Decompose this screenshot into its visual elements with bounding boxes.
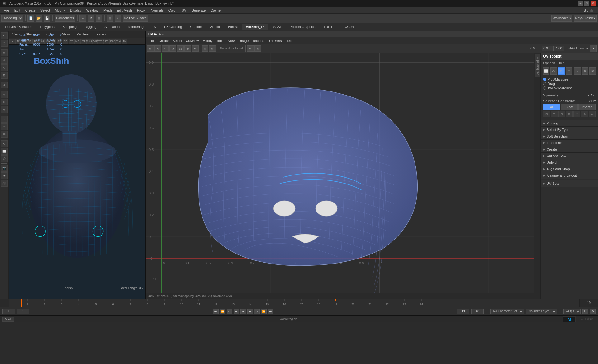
menu-proxy[interactable]: Proxy	[135, 8, 148, 13]
sel-icon-2[interactable]: ⊞	[551, 111, 558, 117]
menu-edit[interactable]: Edit	[12, 8, 23, 13]
tk-icon-face[interactable]: □	[558, 67, 565, 75]
sel-icon-3[interactable]: ⊟	[558, 111, 565, 117]
ik-btn[interactable]: ⊸	[1, 123, 8, 130]
symmetry-dropdown-arrow[interactable]: ▾	[588, 94, 589, 97]
jump-start-btn[interactable]: ⏮	[213, 309, 219, 314]
loop-btn[interactable]: ↻	[582, 309, 588, 314]
uv-menu-image[interactable]: Image	[237, 38, 251, 43]
snap-grid-btn[interactable]: ⊞	[107, 15, 113, 22]
next-key-btn[interactable]: ⏩	[261, 309, 267, 314]
nurbs-btn[interactable]: ⬜	[1, 148, 8, 155]
select-tool-btn[interactable]: ↖	[1, 32, 8, 39]
cut-and-sew-header[interactable]: ▶ Cut and Sew	[541, 153, 598, 159]
open-file-btn[interactable]: 📂	[36, 15, 42, 22]
sel-icon-1[interactable]: ⊡	[543, 111, 550, 117]
prev-key-btn[interactable]: ⏪	[220, 309, 225, 314]
tab-fx[interactable]: FX	[148, 24, 160, 30]
new-file-btn[interactable]: 📄	[27, 15, 34, 22]
fps-dropdown[interactable]: 24 fps	[563, 309, 581, 314]
timeline-ruler[interactable]: 1 2 3 4 5 6 7 8 9 10 11 12 13 14 15 16 1…	[9, 299, 579, 307]
poly-btn[interactable]: ⬡	[1, 155, 8, 162]
sel-icon-7[interactable]: ◈	[589, 111, 596, 117]
mel-mode-indicator[interactable]: MEL	[2, 317, 14, 322]
uv-menu-modify[interactable]: Modify	[201, 38, 214, 43]
tab-xgen[interactable]: XGen	[341, 24, 357, 30]
components-btn[interactable]: Components	[55, 15, 75, 22]
pb-options-btn[interactable]: ⚙	[590, 309, 596, 314]
half-frame-input[interactable]	[471, 309, 484, 314]
uv-value-2[interactable]	[553, 46, 564, 51]
anim-layer-dropdown[interactable]: No Anim Layer	[526, 309, 557, 314]
play-back-btn[interactable]: ◀	[234, 309, 239, 314]
uv-icon-btn-4[interactable]: ⊡	[169, 45, 176, 52]
tab-curves-surfaces[interactable]: Curves / Surfaces	[1, 24, 36, 30]
title-bar-controls[interactable]: ─ □ ✕	[578, 1, 596, 6]
uv-menu-create[interactable]: Create	[157, 38, 171, 43]
tab-sculpting[interactable]: Sculpting	[59, 24, 80, 30]
workspace-btn[interactable]: Workspace ▾	[551, 15, 572, 22]
joint-btn[interactable]: ◦	[1, 116, 8, 123]
scale-tool-btn[interactable]: ⊡	[1, 72, 8, 79]
sel-icon-6[interactable]: ⊛	[581, 111, 588, 117]
maya-classic-btn[interactable]: Maya Classic▾	[574, 15, 597, 22]
panels-menu[interactable]: Panels	[94, 32, 109, 37]
pinning-section-header[interactable]: ▶ Pinning	[541, 120, 598, 127]
vp-pb-btn[interactable]: PB	[104, 39, 110, 44]
tab-custom[interactable]: Custom	[187, 24, 206, 30]
renderer-menu[interactable]: Renderer	[74, 32, 92, 37]
menu-window[interactable]: Window	[84, 8, 101, 13]
align-and-snap-header[interactable]: ▶ Align and Snap	[541, 166, 598, 172]
vp-text-btn[interactable]: Text	[116, 39, 121, 44]
uv-icon-btn-11[interactable]: ⊠	[254, 45, 261, 52]
gamma-dropdown[interactable]: ▾	[590, 45, 597, 52]
vp-ptop-btn[interactable]: PTOP	[98, 39, 104, 44]
tk-icon-extra-2[interactable]: ⊞	[582, 67, 589, 75]
tweak-marquee-option[interactable]: Tweak/Marquee	[543, 86, 596, 90]
next-frame-btn[interactable]: ▷	[254, 309, 260, 314]
vp-rlink-btn[interactable]: RLink	[86, 39, 92, 44]
move-tool-btn[interactable]: ✛	[1, 57, 8, 64]
soft-mod-btn[interactable]: ○	[1, 91, 8, 98]
lasso-tool-btn[interactable]: ⬚	[1, 40, 8, 47]
uv-icon-btn-8[interactable]: ⊞	[202, 45, 208, 52]
tab-turtle[interactable]: TURTLE	[320, 24, 341, 30]
soft-selection-header[interactable]: ▶ Soft Selection	[541, 133, 598, 140]
menu-display[interactable]: Display	[68, 8, 84, 13]
menu-mesh[interactable]: Mesh	[101, 8, 114, 13]
uv-icon-btn-2[interactable]: ◇	[154, 45, 161, 52]
module-dropdown[interactable]: Modeling	[1, 15, 23, 22]
tab-mash[interactable]: MASH	[269, 24, 286, 30]
sel-clear-btn[interactable]: Clear	[561, 104, 578, 110]
tk-icon-vertex[interactable]: ⬜	[543, 67, 549, 75]
uv-grid-area[interactable]: 0 0.1 0.2 0.3 0.4 0.5 0.6 0.7 0.8 0.9 1 …	[146, 53, 534, 299]
unfold-section-header[interactable]: ▶ Unfold	[541, 159, 598, 166]
minimize-button[interactable]: ─	[578, 1, 583, 6]
pick-marquee-option[interactable]: Pick/Marquee	[543, 77, 596, 81]
rotate-tool-btn[interactable]: ↻	[1, 64, 8, 71]
menu-color[interactable]: Color	[166, 8, 179, 13]
move-btn[interactable]: ↔	[79, 15, 86, 22]
toolkit-help-btn[interactable]: Help	[558, 61, 565, 65]
uv-menu-tools[interactable]: Tools	[215, 38, 226, 43]
close-button[interactable]: ✕	[591, 1, 596, 6]
tab-boxshih[interactable]: BoxShih_17	[242, 24, 268, 30]
arrange-and-layout-header[interactable]: ▶ Arrange and Layout	[541, 172, 598, 179]
character-set-dropdown[interactable]: No Character Set	[490, 309, 524, 314]
tab-fx-caching[interactable]: FX Caching	[160, 24, 186, 30]
tab-animation[interactable]: Animation	[101, 24, 123, 30]
current-frame-input[interactable]	[17, 309, 29, 314]
vp-pn-btn[interactable]: PN	[80, 39, 86, 44]
start-frame-input[interactable]	[2, 309, 15, 314]
uv-menu-textures[interactable]: Textures	[250, 38, 267, 43]
sel-constraint-dropdown[interactable]: ▾	[589, 100, 591, 103]
uv-icon-btn-6[interactable]: ◎	[184, 45, 191, 52]
rotate-btn[interactable]: ↺	[88, 15, 94, 22]
camera-btn[interactable]: 🎥	[1, 180, 8, 187]
render-btn[interactable]: 📷	[1, 165, 8, 172]
tk-icon-edge[interactable]: ◇	[550, 67, 557, 75]
skin-btn[interactable]: ⧉	[1, 131, 8, 138]
tab-rigging[interactable]: Rigging	[81, 24, 100, 30]
uv-icon-btn-10[interactable]: ⊛	[247, 45, 254, 52]
prev-frame-btn[interactable]: ◁	[227, 309, 232, 314]
